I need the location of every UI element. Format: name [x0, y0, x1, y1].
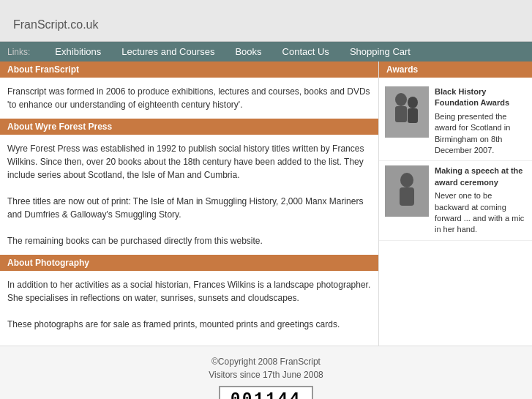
nav-lectures[interactable]: Lectures and Courses: [121, 46, 214, 57]
awards-heading: Awards: [379, 61, 532, 78]
awards-sidebar: Awards Black History Foundation Awards: [378, 61, 532, 346]
nav-exhibitions[interactable]: Exhibitions: [55, 46, 101, 57]
award-text-1: Black History Foundation Awards Being pr…: [435, 86, 526, 156]
nav-shopping-cart[interactable]: Shopping Cart: [350, 46, 411, 57]
links-label: Links:: [7, 47, 30, 57]
svg-point-1: [395, 93, 407, 106]
about-photography-body: In addition to her activities as a socia…: [0, 275, 378, 338]
nav-books[interactable]: Books: [235, 46, 261, 57]
footer: ©Copyright 2008 FranScript Visitors sinc…: [0, 346, 532, 399]
svg-rect-7: [400, 187, 414, 206]
navigation: Links: Exhibitions Lectures and Courses …: [0, 42, 532, 61]
svg-point-6: [400, 173, 413, 187]
main-content: About FranScript Franscript was formed i…: [0, 61, 378, 346]
about-franscript-body: Franscript was formed in 2006 to produce…: [0, 82, 378, 119]
svg-rect-4: [408, 108, 418, 123]
award-item-2: Making a speech at the award ceremony Ne…: [379, 161, 532, 240]
visitors-text: Visitors since 17th June 2008: [7, 370, 525, 380]
about-franscript-header: About FranScript: [0, 61, 378, 78]
about-photography-header: About Photography: [0, 255, 378, 271]
svg-point-3: [408, 97, 418, 108]
logo-main: FranScript: [13, 18, 67, 31]
award-text-2: Making a speech at the award ceremony Ne…: [435, 165, 526, 235]
svg-rect-2: [395, 106, 407, 122]
award-item-1: Black History Foundation Awards Being pr…: [379, 82, 532, 161]
content-area: About FranScript Franscript was formed i…: [0, 61, 532, 346]
nav-contact[interactable]: Contact Us: [282, 46, 329, 57]
header: FranScript.co.uk: [0, 0, 532, 42]
award-photo-2: [385, 165, 429, 217]
logo: FranScript.co.uk: [13, 10, 519, 34]
copyright: ©Copyright 2008 FranScript: [7, 357, 525, 367]
about-wyre-body: Wyre Forest Press was established in 199…: [0, 139, 378, 255]
visit-counter: 001144: [219, 386, 313, 399]
award-photo-1: [385, 86, 429, 138]
about-wyre-header: About Wyre Forest Press: [0, 119, 378, 135]
logo-suffix: .co.uk: [67, 18, 99, 31]
